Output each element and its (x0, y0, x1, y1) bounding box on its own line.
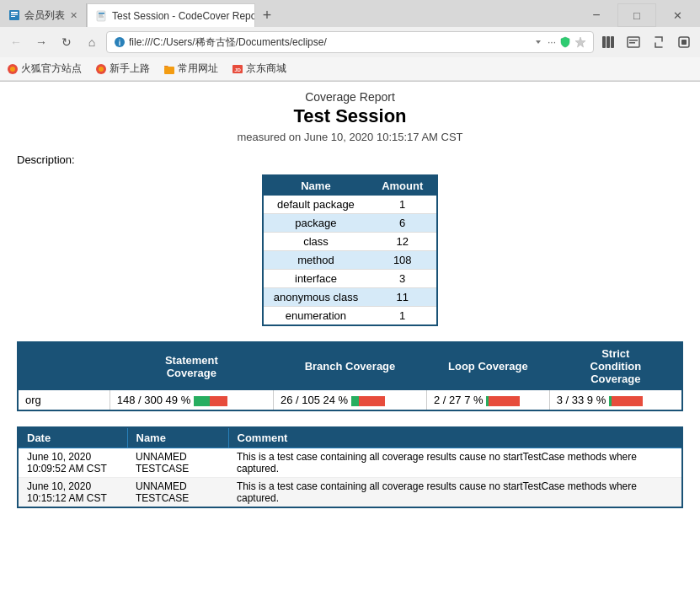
summary-cell-amount: 11 (368, 288, 437, 307)
coverage-cell-branch: 26 / 105 24 % (273, 390, 426, 411)
summary-cell-amount: 1 (368, 196, 437, 214)
summary-cell-amount: 108 (368, 251, 437, 270)
reader-icon[interactable] (623, 31, 644, 53)
svg-rect-6 (99, 14, 103, 15)
coverage-table: StatementCoverage Branch Coverage Loop C… (17, 341, 683, 411)
tab-test-session[interactable]: Test Session - CodeCover Repor… ✕ (87, 3, 255, 27)
svg-rect-4 (97, 11, 105, 21)
sync-icon[interactable] (648, 31, 670, 53)
loop-bar (486, 396, 520, 406)
bookmark-jd[interactable]: JD 京东商城 (228, 60, 290, 78)
svg-rect-5 (99, 13, 104, 14)
hist-col-name: Name (127, 427, 228, 448)
cov-col-strict: StrictConditionCoverage (549, 342, 682, 390)
history-cell-date: June 10, 202010:15:12 AM CST (18, 478, 127, 508)
jd-icon: JD (232, 63, 243, 75)
forward-button[interactable]: → (30, 31, 52, 53)
svg-text:i: i (119, 39, 121, 47)
hist-col-date: Date (18, 427, 127, 448)
bookmarks-icon[interactable] (597, 31, 619, 53)
folder-icon (163, 63, 175, 75)
report-title: Test Session (17, 105, 683, 127)
svg-marker-11 (575, 37, 585, 47)
history-row: June 10, 202010:15:12 AM CSTUNNAMEDTESTC… (18, 478, 682, 508)
loop-text: 2 / 27 7 % (434, 394, 484, 406)
bookmarks-bar: 火狐官方站点 新手上路 常用网址 JD 京东商城 (0, 57, 700, 81)
summary-cell-name: package (263, 214, 368, 233)
firefox-icon (7, 63, 19, 75)
cov-col-statement: StatementCoverage (110, 342, 273, 390)
address-text: file:///C:/Users/稀奇古怪/Documents/eclipse/ (129, 35, 529, 50)
svg-rect-7 (99, 16, 104, 17)
tab-1-label: 会员列表 (24, 8, 65, 23)
strict-text: 3 / 33 9 % (557, 394, 606, 406)
bookmark-common[interactable]: 常用网址 (160, 60, 222, 78)
coverage-cell-strict: 3 / 33 9 % (549, 390, 682, 411)
tab-list[interactable]: 会员列表 ✕ (0, 3, 87, 27)
dropdown-icon (532, 36, 544, 48)
history-cell-name: UNNAMEDTESTCASE (127, 448, 228, 478)
coverage-cell-statement: 148 / 300 49 % (110, 390, 273, 411)
statement-bar (194, 396, 227, 406)
new-tab-button[interactable]: + (255, 3, 279, 27)
summary-cell-amount: 1 (368, 307, 437, 326)
svg-rect-2 (11, 14, 18, 15)
history-cell-comment: This is a test case containing all cover… (228, 448, 682, 478)
summary-cell-name: interface (263, 270, 368, 288)
star-icon (574, 36, 586, 48)
bookmark-huhu[interactable]: 火狐官方站点 (3, 60, 85, 78)
nav-icons-right (597, 31, 695, 53)
svg-rect-13 (606, 36, 610, 48)
cov-col-name (18, 342, 110, 390)
summary-cell-name: class (263, 233, 368, 251)
summary-cell-amount: 6 (368, 214, 437, 233)
shield-icon (559, 36, 571, 48)
history-cell-date: June 10, 202010:09:52 AM CST (18, 448, 127, 478)
summary-col-amount: Amount (368, 175, 437, 196)
address-bar[interactable]: i file:///C:/Users/稀奇古怪/Documents/eclips… (106, 31, 594, 53)
summary-table: Name Amount default package1package6clas… (262, 174, 439, 326)
summary-row: package6 (263, 214, 438, 233)
tab-2-label: Test Session - CodeCover Repor… (112, 10, 255, 22)
ellipsis-icon: ··· (548, 36, 556, 48)
summary-row: default package1 (263, 196, 438, 214)
svg-rect-12 (602, 36, 606, 48)
bookmark-newbie[interactable]: 新手上路 (92, 60, 153, 78)
close-window-button[interactable]: ✕ (658, 3, 697, 27)
description-label: Description: (17, 153, 683, 166)
coverage-cell-loop: 2 / 27 7 % (427, 390, 550, 411)
branch-bar (351, 396, 385, 406)
cov-col-branch: Branch Coverage (273, 342, 426, 390)
report-subtitle: Coverage Report (17, 90, 683, 104)
summary-row: interface3 (263, 270, 438, 288)
minimize-button[interactable]: − (577, 3, 616, 27)
hist-col-comment: Comment (228, 427, 682, 448)
history-row: June 10, 202010:09:52 AM CSTUNNAMEDTESTC… (18, 448, 682, 478)
svg-marker-10 (536, 40, 541, 44)
coverage-table-wrapper: StatementCoverage Branch Coverage Loop C… (17, 341, 683, 411)
extensions-icon[interactable] (673, 31, 695, 53)
restore-button[interactable]: □ (617, 3, 656, 27)
back-button[interactable]: ← (5, 31, 27, 53)
refresh-button[interactable]: ↻ (56, 31, 77, 53)
svg-rect-1 (11, 12, 18, 13)
strict-bar (609, 396, 643, 406)
summary-cell-amount: 3 (368, 270, 437, 288)
svg-rect-16 (629, 40, 638, 41)
summary-row: method108 (263, 251, 438, 270)
svg-rect-14 (611, 36, 614, 48)
summary-cell-amount: 12 (368, 233, 437, 251)
svg-point-21 (10, 67, 15, 72)
coverage-cell-name: org (18, 390, 110, 411)
tab-1-close[interactable]: ✕ (70, 10, 77, 21)
svg-point-23 (99, 67, 104, 72)
summary-cell-name: method (263, 251, 368, 270)
nav-bar: ← → ↻ ⌂ i file:///C:/Users/稀奇古怪/Document… (0, 27, 700, 57)
history-cell-name: UNNAMEDTESTCASE (127, 478, 228, 508)
home-button[interactable]: ⌂ (81, 31, 103, 53)
cov-col-loop: Loop Coverage (427, 342, 550, 390)
summary-cell-name: enumeration (263, 307, 368, 326)
svg-rect-17 (629, 42, 635, 44)
statement-text: 148 / 300 49 % (117, 394, 190, 406)
summary-cell-name: default package (263, 196, 368, 214)
